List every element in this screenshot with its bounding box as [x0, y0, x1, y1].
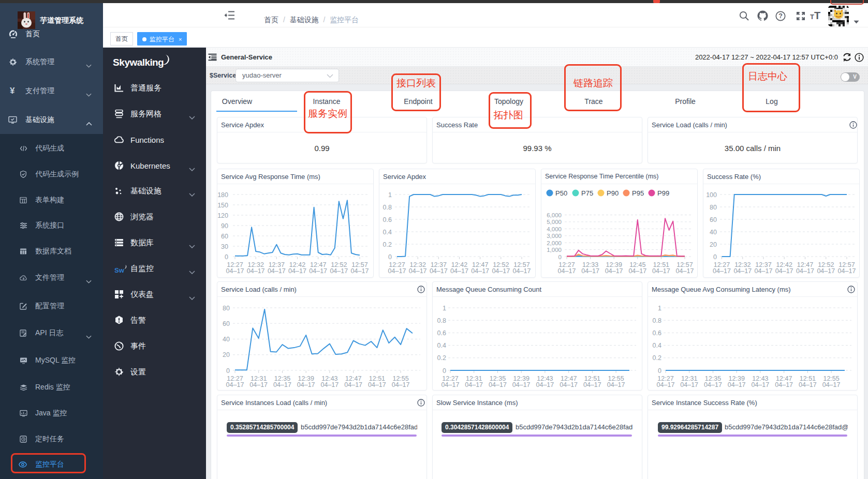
svg-text:100: 100 — [706, 191, 717, 199]
svg-text:0: 0 — [226, 367, 230, 375]
svg-text:0: 0 — [558, 254, 562, 260]
svg-text:04–17: 04–17 — [657, 381, 675, 388]
svg-text:P50: P50 — [555, 189, 567, 197]
svg-text:0.6: 0.6 — [653, 330, 661, 337]
svg-text:04–17: 04–17 — [226, 267, 244, 275]
svg-text:40: 40 — [223, 336, 230, 343]
svg-text:04–17: 04–17 — [752, 381, 770, 388]
svg-text:04–17: 04–17 — [492, 267, 510, 275]
svg-text:0: 0 — [388, 253, 392, 261]
svg-text:04–17: 04–17 — [268, 267, 286, 275]
svg-text:P90: P90 — [607, 189, 619, 197]
svg-text:04–17: 04–17 — [450, 267, 468, 275]
svg-text:04–17: 04–17 — [676, 267, 694, 275]
svg-text:0.6: 0.6 — [383, 216, 392, 223]
svg-text:04–17: 04–17 — [512, 381, 531, 388]
svg-text:1: 1 — [388, 191, 392, 199]
svg-text:P99: P99 — [657, 189, 669, 197]
svg-text:04–17: 04–17 — [489, 381, 507, 388]
svg-text:0.2: 0.2 — [653, 354, 661, 362]
svg-text:0: 0 — [225, 253, 228, 261]
svg-text:04–17: 04–17 — [680, 381, 698, 388]
svg-text:04–17: 04–17 — [733, 267, 752, 275]
svg-text:04–17: 04–17 — [822, 381, 841, 388]
svg-text:04–17: 04–17 — [273, 381, 291, 388]
svg-text:04–17: 04–17 — [583, 381, 601, 388]
svg-text:04–17: 04–17 — [558, 267, 576, 275]
svg-text:04–17: 04–17 — [297, 381, 315, 388]
svg-text:04–17: 04–17 — [513, 267, 531, 275]
svg-text:40: 40 — [710, 229, 717, 236]
svg-text:04–17: 04–17 — [430, 267, 448, 275]
svg-text:0.2: 0.2 — [383, 241, 392, 248]
svg-text:04–17: 04–17 — [755, 267, 773, 275]
svg-text:180: 180 — [217, 191, 228, 199]
svg-text:20: 20 — [223, 351, 230, 358]
svg-text:04–17: 04–17 — [628, 267, 646, 275]
svg-text:60: 60 — [221, 233, 228, 240]
svg-text:120: 120 — [217, 212, 228, 219]
svg-text:04–17: 04–17 — [471, 267, 489, 275]
svg-text:150: 150 — [217, 202, 228, 209]
svg-text:P95: P95 — [632, 189, 644, 197]
svg-text:04–17: 04–17 — [226, 381, 244, 388]
svg-text:04–17: 04–17 — [652, 267, 670, 275]
svg-text:3,000: 3,000 — [547, 233, 562, 239]
svg-text:0.6: 0.6 — [437, 330, 446, 337]
svg-text:04–17: 04–17 — [838, 267, 856, 275]
svg-text:0.8: 0.8 — [437, 317, 446, 324]
svg-text:04–17: 04–17 — [817, 267, 835, 275]
svg-text:04–17: 04–17 — [728, 381, 746, 388]
svg-text:04–17: 04–17 — [351, 267, 369, 275]
svg-text:0.8: 0.8 — [653, 317, 661, 324]
svg-text:04–17: 04–17 — [607, 381, 625, 388]
svg-text:4,000: 4,000 — [547, 226, 562, 232]
svg-text:1,000: 1,000 — [547, 247, 562, 253]
svg-text:0.4: 0.4 — [437, 342, 446, 349]
svg-text:04–17: 04–17 — [330, 267, 348, 275]
svg-text:30: 30 — [221, 243, 228, 250]
svg-text:04–17: 04–17 — [368, 381, 386, 388]
svg-text:04–17: 04–17 — [704, 381, 722, 388]
svg-text:04–17: 04–17 — [321, 381, 339, 388]
svg-text:0.2: 0.2 — [437, 354, 446, 362]
svg-text:04–17: 04–17 — [247, 267, 265, 275]
svg-text:04–17: 04–17 — [581, 267, 599, 275]
svg-text:90: 90 — [221, 222, 228, 230]
svg-text:6,000: 6,000 — [547, 212, 562, 218]
svg-text:60: 60 — [223, 320, 230, 327]
svg-text:0: 0 — [443, 367, 446, 375]
svg-text:04–17: 04–17 — [799, 381, 817, 388]
svg-text:04–17: 04–17 — [775, 267, 793, 275]
svg-text:04–17: 04–17 — [713, 267, 731, 275]
svg-text:04–17: 04–17 — [388, 267, 406, 275]
svg-text:2,000: 2,000 — [547, 240, 562, 246]
svg-text:04–17: 04–17 — [249, 381, 268, 388]
svg-text:04–17: 04–17 — [309, 267, 327, 275]
svg-text:20: 20 — [710, 241, 717, 248]
svg-text:1: 1 — [658, 305, 661, 312]
svg-text:5,000: 5,000 — [547, 219, 562, 225]
svg-text:0: 0 — [713, 253, 717, 261]
svg-text:80: 80 — [223, 305, 230, 312]
svg-text:04–17: 04–17 — [409, 267, 427, 275]
svg-text:60: 60 — [710, 216, 717, 223]
svg-text:0.8: 0.8 — [383, 204, 392, 211]
svg-text:04–17: 04–17 — [288, 267, 306, 275]
svg-text:04–17: 04–17 — [560, 381, 578, 388]
svg-text:04–17: 04–17 — [796, 267, 814, 275]
svg-text:04–17: 04–17 — [775, 381, 793, 388]
svg-text:04–17: 04–17 — [392, 381, 410, 388]
svg-text:04–17: 04–17 — [465, 381, 483, 388]
svg-text:04–17: 04–17 — [536, 381, 554, 388]
svg-text:80: 80 — [710, 204, 717, 211]
svg-text:04–17: 04–17 — [442, 381, 460, 388]
svg-text:04–17: 04–17 — [344, 381, 362, 388]
svg-text:P75: P75 — [581, 189, 593, 197]
svg-text:0.4: 0.4 — [383, 229, 392, 236]
svg-text:04–17: 04–17 — [605, 267, 623, 275]
svg-text:1: 1 — [443, 305, 446, 312]
svg-text:0: 0 — [658, 367, 661, 375]
svg-text:0.4: 0.4 — [653, 342, 661, 349]
